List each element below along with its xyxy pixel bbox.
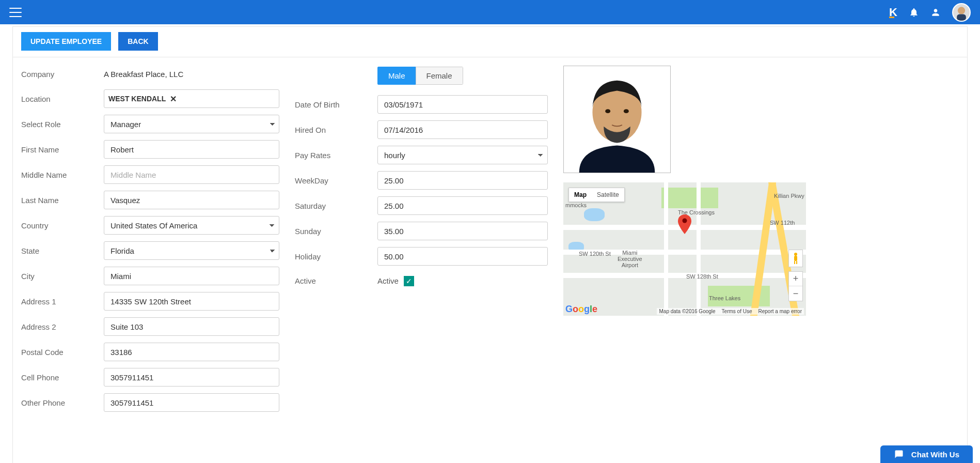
value-company: A Breakfast Place, LLC bbox=[104, 70, 183, 79]
map-type-map[interactable]: Map bbox=[569, 188, 592, 202]
other-phone-input[interactable] bbox=[104, 393, 279, 412]
weekday-input[interactable] bbox=[377, 171, 548, 190]
first-name-input[interactable] bbox=[104, 140, 279, 159]
map-credits: Map data ©2016 Google bbox=[659, 308, 715, 314]
map-report-link[interactable]: Report a map error bbox=[758, 308, 802, 314]
gender-female-button[interactable]: Female bbox=[416, 67, 463, 85]
row-other-phone: Other Phone bbox=[21, 393, 279, 412]
map-pin-icon bbox=[678, 214, 691, 236]
map-label-threelakes: Three Lakes bbox=[709, 295, 740, 301]
middle-name-input[interactable] bbox=[104, 165, 279, 184]
svg-point-4 bbox=[605, 109, 610, 113]
brand-logo[interactable]: K bbox=[889, 6, 897, 19]
label-saturday: Saturday bbox=[295, 202, 377, 210]
address1-input[interactable] bbox=[104, 292, 279, 311]
label-sunday: Sunday bbox=[295, 227, 377, 236]
label-postal: Postal Code bbox=[21, 348, 104, 357]
label-location: Location bbox=[21, 95, 104, 103]
chat-widget[interactable]: Chat With Us bbox=[880, 445, 973, 463]
row-state: State Florida bbox=[21, 241, 279, 260]
saturday-input[interactable] bbox=[377, 196, 548, 215]
label-city: City bbox=[21, 272, 104, 281]
remove-chip-icon[interactable]: ✕ bbox=[170, 94, 177, 104]
active-checkbox[interactable]: ✓ bbox=[404, 276, 414, 286]
map-label-killian: Killian Pkwy bbox=[774, 193, 804, 199]
form-middle-column: Male Female Date Of Birth Hired On Pay R… bbox=[295, 66, 548, 296]
role-select[interactable]: Manager bbox=[104, 115, 279, 133]
location-chips[interactable]: WEST KENDALL ✕ bbox=[104, 89, 279, 108]
card-header: UPDATE EMPLOYEE BACK bbox=[13, 27, 967, 57]
bell-icon[interactable] bbox=[909, 7, 919, 18]
row-address2: Address 2 bbox=[21, 317, 279, 336]
row-postal: Postal Code bbox=[21, 343, 279, 361]
label-hired: Hired On bbox=[295, 126, 377, 134]
postal-input[interactable] bbox=[104, 343, 279, 361]
svg-rect-10 bbox=[796, 261, 797, 264]
user-icon[interactable] bbox=[930, 7, 941, 18]
label-address2: Address 2 bbox=[21, 322, 104, 331]
gender-male-button[interactable]: Male bbox=[377, 67, 416, 85]
country-select[interactable]: United States Of America bbox=[104, 216, 279, 235]
row-cell-phone: Cell Phone bbox=[21, 368, 279, 387]
location-chip-label: WEST KENDALL bbox=[108, 95, 166, 103]
row-payrates: Pay Rates hourly bbox=[295, 146, 548, 164]
back-button[interactable]: BACK bbox=[118, 32, 157, 51]
map-label-sw128: SW 128th St bbox=[686, 273, 718, 280]
last-name-input[interactable] bbox=[104, 191, 279, 209]
row-sunday: Sunday bbox=[295, 222, 548, 240]
cell-phone-input[interactable] bbox=[104, 368, 279, 387]
map-label-sw120: SW 120th St bbox=[579, 251, 611, 257]
label-company: Company bbox=[21, 70, 104, 79]
label-dob: Date Of Birth bbox=[295, 100, 377, 109]
update-employee-button[interactable]: UPDATE EMPLOYEE bbox=[21, 32, 111, 51]
map-terms-link[interactable]: Terms of Use bbox=[722, 308, 752, 314]
map-label-hammocks: mmocks bbox=[565, 202, 587, 208]
row-active: Active Active ✓ bbox=[295, 272, 548, 289]
label-first-name: First Name bbox=[21, 145, 104, 154]
state-select[interactable]: Florida bbox=[104, 241, 279, 260]
address2-input[interactable] bbox=[104, 317, 279, 336]
row-weekday: WeekDay bbox=[295, 171, 548, 190]
holiday-input[interactable] bbox=[377, 247, 548, 266]
map-zoom-in[interactable]: + bbox=[789, 272, 802, 286]
svg-point-7 bbox=[794, 253, 797, 256]
map-footer: Google Map data ©2016 Google Terms of Us… bbox=[563, 303, 806, 316]
label-address1: Address 1 bbox=[21, 297, 104, 306]
svg-rect-8 bbox=[794, 256, 797, 261]
label-state: State bbox=[21, 246, 104, 255]
form-right-column: mmocks The Crossings Three Lakes Miami E… bbox=[563, 66, 959, 316]
city-input[interactable] bbox=[104, 267, 279, 285]
svg-rect-1 bbox=[957, 14, 966, 20]
gender-toggle: Male Female bbox=[377, 67, 463, 85]
page-content: UPDATE EMPLOYEE BACK Company A Breakfast… bbox=[0, 24, 980, 463]
row-holiday: Holiday bbox=[295, 247, 548, 266]
label-active: Active bbox=[295, 276, 377, 285]
map-type-satellite[interactable]: Satellite bbox=[592, 188, 624, 202]
card-body: Company A Breakfast Place, LLC Location … bbox=[13, 57, 967, 419]
map-label-sw112: SW 112th bbox=[770, 220, 795, 226]
label-middle-name: Middle Name bbox=[21, 171, 104, 179]
map-label-airport: Miami Executive Airport bbox=[618, 250, 642, 268]
label-country: Country bbox=[21, 221, 104, 230]
row-role: Select Role Manager bbox=[21, 115, 279, 133]
row-country: Country United States Of America bbox=[21, 216, 279, 235]
row-location: Location WEST KENDALL ✕ bbox=[21, 89, 279, 108]
employee-card: UPDATE EMPLOYEE BACK Company A Breakfast… bbox=[12, 26, 968, 463]
hired-input[interactable] bbox=[377, 120, 548, 139]
payrates-select[interactable]: hourly bbox=[377, 146, 548, 164]
location-chip: WEST KENDALL ✕ bbox=[108, 94, 177, 104]
svg-point-6 bbox=[683, 219, 687, 223]
employee-photo[interactable] bbox=[563, 66, 671, 173]
label-role: Select Role bbox=[21, 120, 104, 129]
sunday-input[interactable] bbox=[377, 222, 548, 240]
map-zoom-out[interactable]: − bbox=[789, 286, 802, 301]
menu-icon[interactable] bbox=[9, 8, 22, 17]
svg-point-5 bbox=[624, 109, 629, 113]
row-hired: Hired On bbox=[295, 120, 548, 139]
user-avatar[interactable] bbox=[952, 3, 971, 22]
row-company: Company A Breakfast Place, LLC bbox=[21, 66, 279, 83]
dob-input[interactable] bbox=[377, 95, 548, 114]
map-pegman-icon[interactable] bbox=[788, 250, 803, 267]
map-zoom-controls: + − bbox=[788, 271, 803, 301]
location-map[interactable]: mmocks The Crossings Three Lakes Miami E… bbox=[563, 182, 806, 316]
